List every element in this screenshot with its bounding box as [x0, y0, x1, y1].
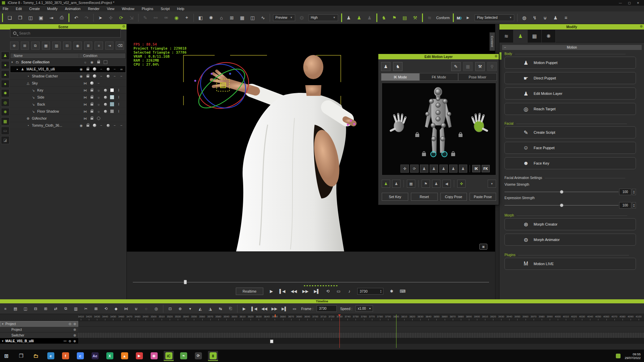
- iclone-hub-icon[interactable]: iC: [164, 351, 174, 361]
- slider-knob[interactable]: [560, 190, 564, 194]
- bowtie-icon[interactable]: ⋈: [83, 102, 88, 107]
- fk-mode-button[interactable]: FK: [482, 165, 490, 172]
- bowtie-icon[interactable]: ⋈: [83, 95, 88, 100]
- play-button[interactable]: ▶: [269, 289, 274, 294]
- leaf-app-icon[interactable]: ❧: [178, 351, 189, 361]
- loop-clip-icon[interactable]: ⟲: [103, 305, 109, 312]
- track-icon[interactable]: ⊗: [73, 328, 76, 331]
- tree-item-shadow-catcher[interactable]: ◔Shadow Catcher◉−−−: [10, 73, 126, 80]
- track-list-icon[interactable]: ▤: [12, 305, 19, 312]
- camera-track-icon[interactable]: ◎: [153, 305, 160, 312]
- clip-key-marker[interactable]: [270, 340, 273, 343]
- bowtie-icon[interactable]: ⋈: [83, 109, 88, 114]
- tree-item-gianchor[interactable]: ⊕GIAnchor⋈: [10, 115, 126, 122]
- split-clip-icon[interactable]: ⇄: [52, 305, 59, 312]
- dash-icon[interactable]: −: [112, 67, 117, 71]
- track-content[interactable]: [78, 327, 644, 333]
- rotate-joint-icon[interactable]: ⟳: [410, 165, 419, 173]
- copy-pose-button[interactable]: Copy Pose: [440, 193, 467, 201]
- play-selected-dropdown[interactable]: Play Selected▼: [475, 14, 514, 21]
- motion-live-play-icon[interactable]: ▶: [464, 14, 472, 22]
- motion-live-logo[interactable]: M0: [457, 15, 461, 20]
- edit-gesture-icon[interactable]: ♞: [393, 62, 402, 71]
- timeline-ruler[interactable]: 3410342034303440345034603470348034903500…: [78, 314, 644, 321]
- dash-icon[interactable]: −: [96, 81, 101, 85]
- move-tool-icon[interactable]: ✜: [107, 14, 114, 22]
- dash-icon[interactable]: −: [112, 74, 117, 78]
- column-name[interactable]: Name: [10, 54, 79, 58]
- menu-window[interactable]: Window: [122, 7, 134, 11]
- last-frame-button[interactable]: ▶▌: [314, 289, 320, 294]
- track-project[interactable]: Project⊗: [0, 327, 78, 333]
- eye-icon[interactable]: ◉: [90, 60, 94, 64]
- person-pose-icon[interactable]: ♟: [432, 180, 440, 188]
- zoom-menu-icon[interactable]: ▾: [187, 305, 194, 312]
- chrome-icon[interactable]: c: [75, 351, 85, 361]
- sun-icon[interactable]: ☼: [83, 60, 88, 64]
- sphere2-icon[interactable]: [103, 109, 108, 114]
- taskbar-clock[interactable]: 09:55 29/07/2022: [625, 352, 641, 360]
- left-hand-diagram[interactable]: [391, 113, 406, 132]
- tray-app-icon[interactable]: [616, 354, 621, 358]
- magnet-icon[interactable]: ⊎: [541, 14, 549, 22]
- lock-icon[interactable]: [90, 95, 94, 100]
- scene-panel-close-icon[interactable]: ⊖: [122, 24, 125, 28]
- timeline-frame-field[interactable]: 3730: [317, 305, 337, 312]
- actor-category-icon[interactable]: ♟: [1, 52, 9, 60]
- save-project-icon[interactable]: ◫: [27, 14, 34, 22]
- tree-item-male-v01-b-ulli[interactable]: ▸♟MALE_V01_B_ulli◉−−∞: [10, 66, 126, 73]
- select-legs-icon[interactable]: ♟: [439, 165, 448, 173]
- sphere2-icon[interactable]: [106, 74, 110, 78]
- menu-create[interactable]: Create: [29, 7, 40, 11]
- key-icon[interactable]: ◆: [113, 305, 119, 312]
- export-icon[interactable]: ⎙: [58, 14, 65, 22]
- slider-spinner[interactable]: ▲▼: [632, 202, 636, 208]
- full-body-mode-icon[interactable]: ♟: [382, 180, 390, 188]
- expression-strength-slider[interactable]: 100▲▼: [504, 202, 636, 209]
- export-range-icon[interactable]: ⎗: [227, 305, 234, 312]
- dash-icon[interactable]: −: [99, 123, 104, 128]
- hammer-tool-icon[interactable]: ⚒: [475, 62, 485, 71]
- eye-icon[interactable]: ◉: [79, 74, 84, 78]
- select-tool-icon[interactable]: ➤: [97, 14, 104, 22]
- misc-category-icon[interactable]: ◪: [1, 136, 9, 144]
- lock-icon[interactable]: [90, 116, 94, 121]
- iclone8-icon[interactable]: 8: [208, 351, 218, 361]
- select-left-icon[interactable]: ♟: [449, 165, 458, 173]
- smart-gallery-icon[interactable]: ▣: [37, 14, 45, 22]
- prev-frame-button[interactable]: ◀◀: [291, 289, 297, 294]
- morph-animator-button[interactable]: ⊜Morph Animator: [504, 234, 636, 246]
- terrain-category-icon[interactable]: ▲: [1, 70, 9, 78]
- select-spine-icon[interactable]: ♟: [420, 165, 428, 173]
- sphere2-icon[interactable]: [103, 88, 108, 93]
- undo-icon[interactable]: ↶: [72, 14, 80, 22]
- vlc-icon[interactable]: ▲: [119, 351, 129, 361]
- unlink-icon[interactable]: ⚮: [162, 14, 170, 22]
- caption-button[interactable]: ▭: [336, 289, 341, 294]
- track-icon[interactable]: ⊖: [68, 339, 71, 343]
- tree-item-scene-collection[interactable]: ▾🗀Scene Collection☼◉: [10, 59, 126, 66]
- break-icon[interactable]: ⊠: [93, 305, 99, 312]
- edit-motion-layer-button[interactable]: ♟Edit Motion Layer: [504, 87, 636, 100]
- add-folder-icon[interactable]: ⊕: [10, 42, 18, 50]
- actor-edit-icon[interactable]: ♟: [356, 14, 363, 22]
- tl-first-button[interactable]: ▌◀: [251, 305, 258, 312]
- align-right-icon[interactable]: ◮: [207, 305, 214, 312]
- first-frame-button[interactable]: ▌◀: [279, 289, 285, 294]
- modify-panel-header[interactable]: Modify ⊛: [499, 24, 644, 29]
- sphere2-icon[interactable]: [103, 102, 108, 107]
- lock-toggle-icons[interactable]: [416, 132, 462, 156]
- walk-motion-icon[interactable]: ♞: [380, 14, 388, 22]
- track-icon[interactable]: ⊗: [73, 334, 76, 337]
- playhead-red[interactable]: [339, 314, 340, 348]
- rotate-tool-icon[interactable]: ⟳: [117, 14, 125, 22]
- move-pin-icon[interactable]: ✜: [457, 180, 466, 188]
- tl-next-button[interactable]: ▶▶: [271, 305, 278, 312]
- tab-animation[interactable]: ♟: [514, 30, 528, 43]
- swatch-dot-icon[interactable]: [110, 102, 114, 107]
- motion-puppet-button[interactable]: ♟Motion Puppet: [504, 57, 636, 69]
- magnet-icon[interactable]: ⊎: [133, 305, 140, 312]
- sun-light-icon[interactable]: ✺: [207, 14, 215, 22]
- ibeam-icon[interactable]: I: [116, 109, 121, 114]
- fit-view-icon[interactable]: ⊞: [228, 14, 235, 22]
